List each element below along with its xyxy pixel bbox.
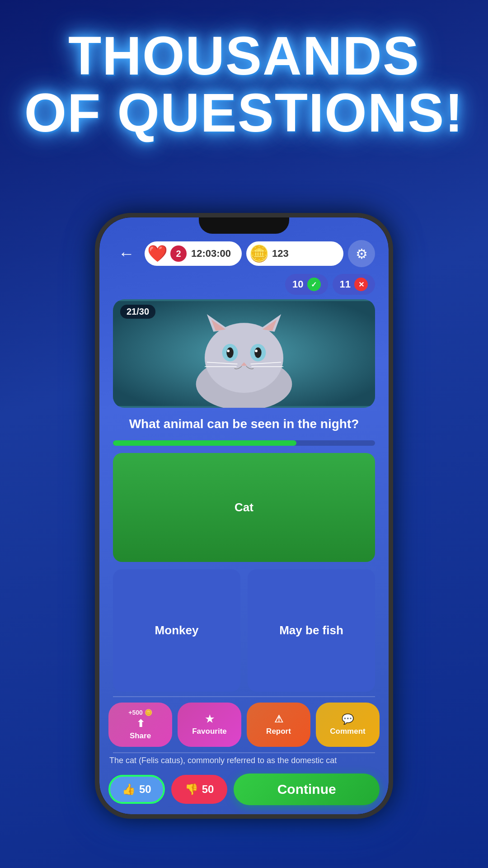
svg-point-2 bbox=[205, 323, 283, 393]
comment-label: Comment bbox=[330, 727, 365, 736]
question-image: 21/30 bbox=[113, 299, 375, 408]
action-row: +500 🪙 ⬆ Share ★ Favourite ⚠ Report 💬 Co… bbox=[99, 697, 389, 752]
share-bonus-label: +500 🪙 bbox=[128, 709, 152, 716]
timer-display: 12:03:00 bbox=[191, 248, 231, 259]
answers-grid: Cat Monkey May be fish bbox=[99, 449, 389, 696]
answer-monkey-button[interactable]: Monkey bbox=[113, 569, 240, 692]
coins-pill: 🪙 123 bbox=[246, 241, 343, 266]
hearts-pill: ❤️ 2 12:03:00 bbox=[145, 241, 242, 266]
coin-icon: 🪙 bbox=[249, 244, 269, 263]
svg-point-9 bbox=[226, 347, 233, 358]
phone-wrapper: ← ❤️ 2 12:03:00 🪙 123 ⚙ 10 ✓ bbox=[86, 164, 402, 868]
comment-button[interactable]: 💬 Comment bbox=[316, 703, 380, 747]
downvote-count: 50 bbox=[202, 783, 214, 796]
answer-cat-button[interactable]: Cat bbox=[113, 453, 375, 562]
favourite-button[interactable]: ★ Favourite bbox=[178, 703, 241, 747]
heart-count: 2 bbox=[170, 245, 187, 262]
x-icon: ✕ bbox=[354, 278, 368, 291]
check-icon: ✓ bbox=[307, 278, 321, 291]
svg-point-10 bbox=[254, 347, 261, 358]
wrong-score-pill: 11 ✕ bbox=[333, 274, 375, 295]
answer-fish-button[interactable]: May be fish bbox=[248, 569, 375, 692]
description-text: The cat (Felis catus), commonly referred… bbox=[99, 753, 389, 770]
svg-point-11 bbox=[227, 349, 230, 352]
progress-bar-container bbox=[113, 440, 375, 446]
continue-button[interactable]: Continue bbox=[234, 774, 380, 805]
comment-icon: 💬 bbox=[342, 713, 354, 725]
question-counter: 21/30 bbox=[120, 305, 155, 319]
progress-bar-fill bbox=[113, 440, 296, 446]
correct-score-pill: 10 ✓ bbox=[285, 274, 328, 295]
svg-point-12 bbox=[255, 349, 258, 352]
correct-count: 10 bbox=[292, 278, 303, 290]
notch bbox=[199, 217, 289, 234]
thumbs-down-icon: 👎 bbox=[185, 783, 198, 796]
wrong-count: 11 bbox=[340, 278, 351, 290]
question-text: What animal can be seen in the night? bbox=[99, 408, 389, 437]
upvote-button[interactable]: 👍 50 bbox=[108, 775, 165, 804]
score-row: 10 ✓ 11 ✕ bbox=[99, 274, 389, 299]
main-title: THOUSANDS OF QUESTIONS! bbox=[18, 27, 470, 141]
phone: ← ❤️ 2 12:03:00 🪙 123 ⚙ 10 ✓ bbox=[95, 213, 393, 819]
star-icon: ★ bbox=[205, 713, 214, 725]
downvote-button[interactable]: 👎 50 bbox=[171, 775, 228, 804]
title-line1: THOUSANDS bbox=[68, 25, 420, 86]
share-button[interactable]: +500 🪙 ⬆ Share bbox=[108, 703, 172, 747]
title-section: THOUSANDS OF QUESTIONS! bbox=[0, 0, 488, 155]
upvote-count: 50 bbox=[139, 783, 151, 796]
back-button[interactable]: ← bbox=[113, 240, 140, 267]
report-button[interactable]: ⚠ Report bbox=[247, 703, 310, 747]
thumbs-up-icon: 👍 bbox=[122, 783, 136, 796]
share-label: Share bbox=[130, 731, 151, 741]
share-icon: ⬆ bbox=[136, 718, 145, 730]
bottom-row: 👍 50 👎 50 Continue bbox=[99, 770, 389, 814]
screen: ← ❤️ 2 12:03:00 🪙 123 ⚙ 10 ✓ bbox=[99, 217, 389, 814]
report-icon: ⚠ bbox=[274, 713, 283, 725]
heart-icon: ❤️ bbox=[147, 244, 168, 263]
coin-count: 123 bbox=[272, 248, 289, 259]
report-label: Report bbox=[266, 727, 291, 736]
favourite-label: Favourite bbox=[192, 727, 227, 736]
settings-button[interactable]: ⚙ bbox=[348, 240, 375, 267]
title-line2: OF QUESTIONS! bbox=[24, 82, 464, 143]
